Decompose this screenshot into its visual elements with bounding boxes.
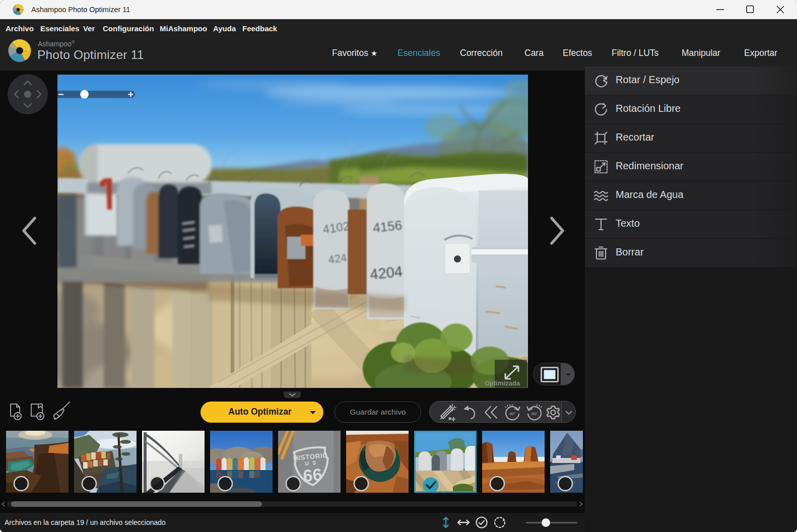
svg-text:424: 424	[327, 251, 348, 266]
svg-text:90°: 90°	[532, 412, 538, 416]
svg-text:Optimizada: Optimizada	[485, 379, 520, 387]
svg-text:4204: 4204	[369, 263, 404, 283]
svg-text:4156: 4156	[372, 217, 403, 235]
svg-text:66: 66	[302, 464, 323, 485]
svg-text:90°: 90°	[509, 412, 515, 416]
